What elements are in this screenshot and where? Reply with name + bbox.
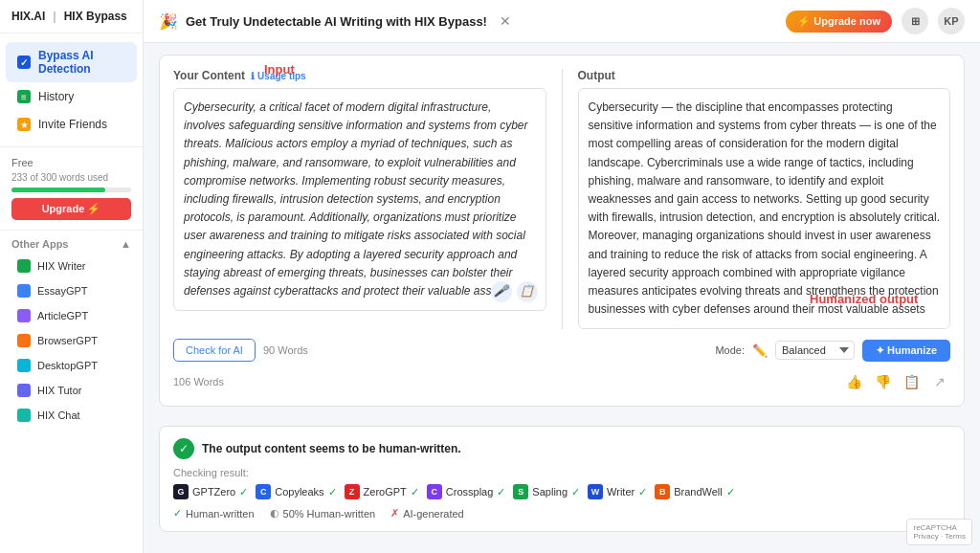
sidebar-item-bypass[interactable]: ✓ Bypass AI Detection — [6, 42, 137, 82]
sidebar-item-history[interactable]: ≡ History — [6, 83, 137, 110]
hix-tutor-icon — [17, 384, 31, 397]
sidebar-logo: HIX.AI | HIX Bypass — [0, 0, 143, 33]
success-check-icon: ✓ — [173, 438, 194, 459]
app-desktopgpt[interactable]: DesktopGPT — [6, 354, 137, 377]
hix-writer-icon — [17, 259, 31, 273]
ai-generated-x: ✗ — [390, 507, 399, 520]
recaptcha-text: reCAPTCHA — [913, 523, 966, 532]
half-written-label: 50% Human-written — [283, 508, 376, 520]
zerogpt-badge-icon: Z — [345, 484, 360, 499]
other-apps-label: Other Apps — [11, 238, 69, 250]
thumbs-up-icon[interactable]: 👍 — [843, 371, 864, 392]
output-label: Output — [578, 69, 615, 82]
thumbs-down-icon[interactable]: 👎 — [872, 371, 893, 392]
grid-icon[interactable]: ⊞ — [902, 8, 928, 34]
avatar[interactable]: KP — [938, 8, 965, 34]
output-words-count: 106 Words — [173, 376, 224, 387]
invite-icon: ★ — [17, 118, 31, 131]
copyleaks-badge-icon: C — [256, 484, 271, 499]
writer-label: Writer — [607, 486, 635, 498]
mic-icon[interactable]: 🎤 — [491, 281, 512, 302]
detectors-header: ✓ The output content seems to be human-w… — [173, 438, 950, 459]
progress-fill — [11, 188, 105, 192]
humanize-button[interactable]: ✦ Humanize — [862, 340, 950, 362]
hix-chat-icon — [17, 409, 31, 422]
gpt-zero-check: ✓ — [239, 486, 248, 498]
check-ai-button[interactable]: Check for AI — [173, 339, 256, 362]
output-actions: 👍 👎 📋 ↗ — [843, 371, 950, 392]
input-text-box[interactable]: Cybersecurity, a critical facet of moder… — [173, 88, 546, 311]
editor-right: Output Cybersecurity — the discipline th… — [578, 69, 951, 329]
app-hix-writer[interactable]: HIX Writer — [6, 254, 137, 277]
output-bottom: 106 Words 👍 👎 📋 ↗ — [173, 371, 950, 392]
badge-zerogpt: Z ZeroGPT ✓ — [345, 484, 419, 499]
sapling-badge-icon: S — [513, 484, 528, 499]
column-divider — [562, 69, 563, 329]
ai-generated-label: AI-generated — [403, 508, 464, 520]
app-desktopgpt-label: DesktopGPT — [37, 360, 98, 371]
essaygpt-icon — [17, 284, 31, 298]
badge-copyleaks: C Copyleaks ✓ — [256, 484, 336, 499]
brandwell-badge-icon: B — [655, 484, 670, 499]
recaptcha-links: Privacy · Terms — [913, 532, 966, 541]
input-label: Your Content — [173, 69, 245, 82]
mode-section: Mode: ✏️ Balanced Aggressive Moderate ✦ … — [715, 340, 950, 362]
mode-select[interactable]: Balanced Aggressive Moderate — [775, 341, 855, 360]
copyleaks-label: Copyleaks — [275, 486, 323, 498]
gpt-zero-label: GPTZero — [192, 486, 235, 498]
sidebar-item-history-label: History — [38, 90, 74, 103]
app-essaygpt[interactable]: EssayGPT — [6, 279, 137, 302]
mode-label: Mode: — [715, 344, 745, 356]
badge-sapling: S Sapling ✓ — [513, 484, 580, 499]
upgrade-top-label: ⚡ Upgrade now — [797, 15, 880, 28]
app-browsergpt-label: BrowserGPT — [37, 335, 98, 346]
articlegpt-icon — [17, 309, 31, 322]
ai-written-item: ✗ AI-generated — [390, 507, 464, 520]
paste-icon[interactable]: 📋 — [517, 281, 538, 302]
usage-icon: ℹ — [251, 71, 255, 81]
badge-brandwell: B BrandWell ✓ — [655, 484, 735, 499]
brandwell-label: BrandWell — [674, 486, 723, 498]
app-hix-tutor[interactable]: HIX Tutor — [6, 379, 137, 402]
sidebar-item-invite-label: Invite Friends — [38, 118, 107, 131]
sidebar-item-invite[interactable]: ★ Invite Friends — [6, 111, 137, 138]
editor-bottom-left: Check for AI 90 Words — [173, 339, 308, 362]
sapling-check: ✓ — [571, 486, 580, 498]
browsergpt-icon — [17, 334, 31, 347]
zerogpt-check: ✓ — [411, 486, 419, 498]
sapling-label: Sapling — [532, 486, 568, 498]
topbar-title-area: 🎉 Get Truly Undetectable AI Writing with… — [159, 11, 516, 31]
human-written-check: ✓ — [173, 507, 182, 520]
close-button[interactable]: ✕ — [495, 11, 516, 31]
upgrade-top-button[interactable]: ⚡ Upgrade now — [786, 11, 892, 33]
sidebar: HIX.AI | HIX Bypass ✓ Bypass AI Detectio… — [0, 0, 144, 553]
usage-tips-label: Usage tips — [257, 71, 306, 81]
writer-badge-icon: W — [588, 484, 603, 499]
share-icon[interactable]: ↗ — [929, 371, 950, 392]
app-hix-chat-label: HIX Chat — [37, 409, 80, 421]
sidebar-nav: ✓ Bypass AI Detection ≡ History ★ Invite… — [0, 33, 143, 146]
editor-panel: Your Content ℹ Usage tips Cybersecurity,… — [159, 55, 965, 407]
avatar-initials: KP — [944, 15, 958, 27]
badge-crossplag: C Crossplag ✓ — [427, 484, 506, 499]
usage-tips[interactable]: ℹ Usage tips — [251, 71, 306, 81]
output-text-box: Cybersecurity — the discipline that enco… — [578, 88, 951, 329]
app-browsergpt[interactable]: BrowserGPT — [6, 329, 137, 352]
plan-label: Free — [11, 157, 131, 168]
input-content: Cybersecurity, a critical facet of moder… — [184, 100, 528, 298]
app-articlegpt[interactable]: ArticleGPT — [6, 304, 137, 327]
copy-icon[interactable]: 📋 — [901, 371, 922, 392]
editor-left: Your Content ℹ Usage tips Cybersecurity,… — [173, 69, 546, 329]
app-articlegpt-label: ArticleGPT — [37, 310, 88, 321]
upgrade-button[interactable]: Upgrade ⚡ — [11, 198, 131, 220]
input-text-icons: 🎤 📋 — [491, 281, 538, 302]
input-words-count: 90 Words — [263, 344, 308, 356]
editor-bottom: Check for AI 90 Words Mode: ✏️ Balanced … — [173, 339, 950, 362]
upgrade-label: Upgrade ⚡ — [42, 203, 101, 215]
sidebar-item-bypass-label: Bypass AI Detection — [38, 49, 125, 76]
free-plan-section: Free 233 of 300 words used Upgrade ⚡ — [0, 146, 143, 231]
humanize-label: ✦ Humanize — [876, 344, 937, 357]
app-hix-chat[interactable]: HIX Chat — [6, 404, 137, 427]
crossplag-badge-icon: C — [427, 484, 442, 499]
half-written-icon: ◐ — [270, 507, 279, 520]
